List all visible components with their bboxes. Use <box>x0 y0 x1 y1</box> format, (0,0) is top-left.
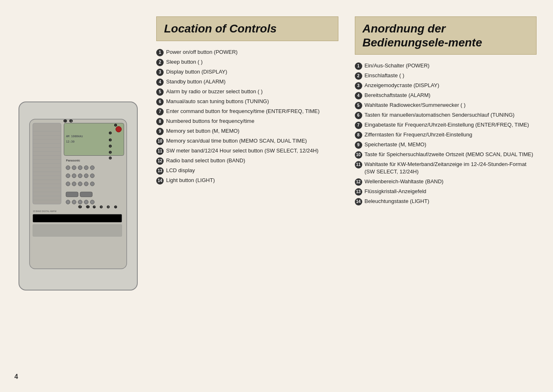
svg-text:❼: ❼ <box>114 205 117 209</box>
item-number: 6 <box>156 98 164 106</box>
svg-point-38 <box>90 182 95 186</box>
item-text: Bereitschaftstaste (ALARM) <box>365 92 537 99</box>
list-item: 1Ein/Aus-Schalter (POWER) <box>355 62 537 70</box>
item-text: Speichertaste (M, MEMO) <box>365 141 537 148</box>
right-panel: Anordnung der Bedienungsele-mente 1Ein/A… <box>351 16 541 376</box>
svg-text:12:30: 12:30 <box>66 140 74 143</box>
list-item: 10Taste für Speichersuchlauf/zweite Orts… <box>355 151 537 159</box>
list-item: 8Numbered buttons for frequency/time <box>156 118 338 125</box>
item-number: 9 <box>156 128 164 135</box>
item-text: Memory scan/dual time button (MEMO SCAN,… <box>166 137 338 145</box>
item-number: 2 <box>355 72 362 80</box>
item-text: Display button (DISPLAY) <box>166 68 338 76</box>
list-item: 12Wellenbereich-Wahltaste (BAND) <box>355 178 537 186</box>
list-item: 6Tasten für manuellen/automatischen Send… <box>355 111 537 119</box>
item-text: Taste für Speichersuchlauf/zweite Ortsze… <box>365 151 537 158</box>
svg-point-33 <box>90 174 95 178</box>
item-text: Numbered buttons for frequency/time <box>166 118 338 125</box>
item-text: Flüssigkristall-Anzeigefeld <box>365 188 537 195</box>
item-number: 10 <box>355 151 362 159</box>
svg-text:⓮: ⓮ <box>69 119 73 123</box>
item-number: 3 <box>355 82 362 90</box>
svg-text:❸: ❸ <box>109 138 112 142</box>
item-text: Wahltaste für KW-Meterband/Zeitanzeige i… <box>365 161 537 175</box>
right-items-list: 1Ein/Aus-Schalter (POWER)2Einschlaftaste… <box>355 62 537 207</box>
list-item: 7Eingabetaste für Frequenz/Uhrzeit-Einst… <box>355 121 537 129</box>
svg-text:15 BAND DIGITAL AM/FM: 15 BAND DIGITAL AM/FM <box>33 210 56 212</box>
item-text: Einschlaftaste ( ) <box>365 72 537 79</box>
item-number: 8 <box>156 118 164 125</box>
left-title-box: Location of Controls <box>156 16 338 41</box>
item-number: 12 <box>156 157 164 165</box>
svg-point-30 <box>72 174 76 178</box>
right-title-box: Anordnung der Bedienungsele-mente <box>355 16 537 55</box>
item-text: Memory set button (M, MEMO) <box>166 127 338 135</box>
svg-point-43 <box>78 200 82 204</box>
item-number: 11 <box>355 161 362 168</box>
item-number: 4 <box>156 78 164 86</box>
item-number: 7 <box>355 122 362 129</box>
svg-text:❻: ❻ <box>109 156 112 160</box>
item-text: SW meter band/12/24 Hour select button (… <box>166 147 338 154</box>
list-item: 8Zifferntasten für Frequenz/Uhrzeit-Eins… <box>355 131 537 139</box>
list-item: 14Light button (LIGHT) <box>156 177 338 184</box>
item-text: Ein/Aus-Schalter (POWER) <box>365 62 537 69</box>
item-number: 12 <box>355 178 362 186</box>
list-item: 2Sleep button ( ) <box>156 58 338 66</box>
item-number: 6 <box>355 112 362 119</box>
svg-rect-39 <box>66 192 78 197</box>
svg-point-31 <box>78 174 82 178</box>
list-item: 7Enter command button for frequency/time… <box>156 108 338 115</box>
list-item: 1Power on/off button (POWER) <box>156 48 338 56</box>
item-number: 1 <box>355 62 362 70</box>
svg-rect-40 <box>80 192 93 197</box>
svg-point-24 <box>66 166 70 170</box>
item-text: Power on/off button (POWER) <box>166 48 338 56</box>
list-item: 3Display button (DISPLAY) <box>156 68 338 76</box>
item-number: 10 <box>156 138 164 145</box>
item-text: Sleep button ( ) <box>166 58 338 66</box>
svg-text:⓭: ⓭ <box>63 119 67 123</box>
list-item: 5Wahltaste Radiowecker/Summerwecker ( ) <box>355 101 537 109</box>
item-number: 1 <box>156 49 164 56</box>
item-text: LCD display <box>166 167 338 174</box>
item-text: Wellenbereich-Wahltaste (BAND) <box>365 178 537 185</box>
svg-rect-63 <box>33 224 122 237</box>
svg-point-44 <box>84 200 88 204</box>
page-number: 4 <box>14 373 18 380</box>
list-item: 11Wahltaste für KW-Meterband/Zeitanzeige… <box>355 161 537 175</box>
svg-text:❽: ❽ <box>106 205 110 209</box>
item-number: 13 <box>156 167 164 175</box>
svg-text:Panasonic: Panasonic <box>66 159 80 162</box>
item-number: 3 <box>156 69 164 76</box>
radio-frame: AM 1000kHz 12:30 Panasonic <box>19 101 138 291</box>
item-number: 5 <box>156 88 164 96</box>
item-text: Beleuchtungstaste (LIGHT) <box>365 198 537 205</box>
svg-rect-62 <box>33 214 122 222</box>
svg-text:❿: ❿ <box>93 205 96 209</box>
item-text: Manual/auto scan tuning buttons (TUNING) <box>166 98 338 105</box>
item-number: 2 <box>156 59 164 66</box>
item-number: 14 <box>156 177 164 184</box>
svg-point-37 <box>84 182 88 186</box>
item-text: Wahltaste Radiowecker/Summerwecker ( ) <box>365 101 537 109</box>
svg-text:❶: ❶ <box>114 123 117 127</box>
item-number: 9 <box>355 141 362 149</box>
middle-panel: Location of Controls 1Power on/off butto… <box>152 16 342 376</box>
item-text: Alarm by radio or buzzer select button (… <box>166 88 338 95</box>
svg-text:❺: ❺ <box>109 150 112 154</box>
list-item: 9Memory set button (M, MEMO) <box>156 127 338 135</box>
svg-text:⓬: ⓬ <box>78 205 82 209</box>
item-number: 4 <box>355 92 362 99</box>
right-title: Anordnung der Bedienungsele-mente <box>363 22 529 49</box>
list-item: 9Speichertaste (M, MEMO) <box>355 141 537 149</box>
svg-point-27 <box>84 166 88 170</box>
item-number: 14 <box>355 198 362 205</box>
svg-rect-20 <box>64 123 124 156</box>
item-text: Eingabetaste für Frequenz/Uhrzeit-Einste… <box>365 121 537 129</box>
item-text: Tasten für manuellen/automatischen Sende… <box>365 111 537 119</box>
page: AM 1000kHz 12:30 Panasonic <box>0 0 553 392</box>
list-item: 12Radio band select button (BAND) <box>156 157 338 165</box>
svg-point-34 <box>66 182 70 186</box>
svg-point-25 <box>72 166 76 170</box>
